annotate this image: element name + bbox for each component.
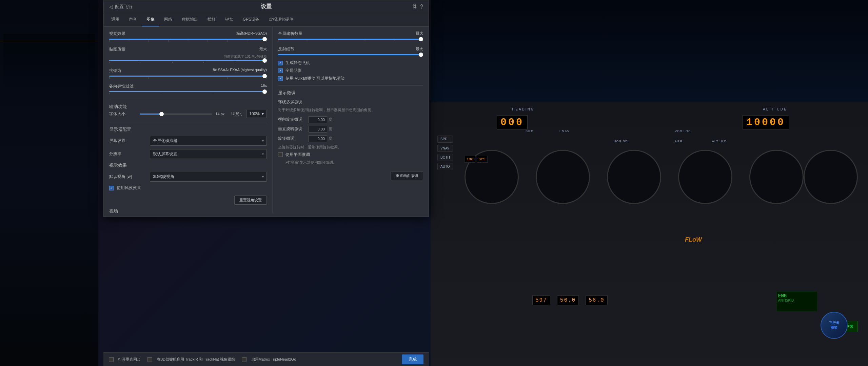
- heading-label: HEADING: [512, 107, 535, 111]
- logo-circle: 飞行者联盟: [821, 312, 848, 339]
- vulkan-label: 使用 Vulkan驱动 可以更快地渲染: [285, 76, 345, 81]
- screen-settings-arrow: ▾: [262, 139, 264, 143]
- tab-gps[interactable]: GPS设备: [238, 13, 264, 26]
- tab-joystick[interactable]: 插杆: [203, 13, 220, 26]
- texture-quality-slider[interactable]: [109, 60, 267, 61]
- global-buildings-value: 最大: [416, 31, 423, 37]
- tab-data-output[interactable]: 数据输出: [177, 13, 203, 26]
- aa-value: 8x SSAA+FXAA (highest quality): [213, 68, 267, 74]
- static-aircraft-checkbox[interactable]: ✓: [278, 61, 283, 65]
- left-cockpit-panel: [0, 0, 98, 366]
- rot-finetune-input[interactable]: [309, 135, 327, 142]
- resolution-select[interactable]: 默认屏幕设置 ▾: [150, 149, 267, 159]
- spd-label: SPD: [526, 129, 534, 133]
- flat-finetune-label: 使用平面微调: [285, 152, 310, 158]
- divider1: [109, 99, 267, 99]
- multi-monitor-title: 环绕多屏微调: [278, 99, 423, 105]
- global-shadows-checkbox[interactable]: ✓: [278, 68, 283, 73]
- resolution-arrow: ▾: [262, 152, 264, 156]
- help-icon[interactable]: ?: [420, 4, 423, 10]
- right-divider1: [278, 85, 423, 86]
- default-view-select[interactable]: 3D驾驶视角 ▾: [150, 172, 267, 182]
- reflection-detail-row: 反射细节 最大: [278, 46, 423, 55]
- both-btn[interactable]: BOTH: [437, 154, 453, 161]
- settings-dialog: ◁ 配置飞行 设置 ⇅ ? 通用 声音 图像 网络 数据输出 插杆 键盘 GPS…: [103, 0, 429, 217]
- aa-row: 抗锯齿 8x SSAA+FXAA (highest quality): [109, 68, 267, 79]
- reset-view-button[interactable]: 重置视角设置: [234, 196, 267, 205]
- h-rotate-label: 横向旋转微调: [278, 117, 309, 122]
- aniso-thumb[interactable]: [262, 89, 267, 94]
- wind-effects-row: ✓ 使用风效效果: [109, 185, 267, 191]
- aniso-row: 各向异性过滤 16x: [109, 83, 267, 94]
- vertical-rotate-row: 垂直旋转微调 度: [278, 126, 423, 133]
- texture-quality-value: 最大: [259, 46, 267, 52]
- trackir-checkbox[interactable]: [147, 357, 152, 362]
- tab-network[interactable]: 网络: [159, 13, 177, 26]
- rot-finetune-label: 旋转微调: [278, 136, 309, 141]
- flat-finetune-checkbox[interactable]: [278, 152, 283, 157]
- finish-button[interactable]: 完成: [402, 354, 423, 364]
- texture-quality-row: 贴图质量 最大 当前共加载了 101 MB的材质: [109, 46, 267, 63]
- reset-finetune-button[interactable]: 重置画面微调: [391, 171, 423, 180]
- screen-settings-select[interactable]: 全屏化模拟器 ▾: [150, 136, 267, 146]
- lnav-label: LNAV: [559, 129, 570, 133]
- aa-slider[interactable]: [109, 76, 267, 77]
- display-finetune-title: 显示微调: [278, 90, 423, 96]
- vsync-checkbox[interactable]: [109, 357, 114, 362]
- resolution-row: 分辨率 默认屏幕设置 ▾: [109, 149, 267, 159]
- texture-quality-thumb[interactable]: [262, 58, 267, 63]
- font-size-track: [140, 114, 212, 115]
- right-settings-column: 全局建筑数量 最大 反射细节 最大: [273, 27, 429, 213]
- reflection-detail-slider[interactable]: [278, 54, 423, 55]
- aa-label: 抗锯齿: [109, 68, 136, 74]
- topbar-icons: ⇅ ?: [412, 3, 423, 10]
- app-label: APP: [675, 140, 683, 143]
- global-buildings-label: 全局建筑数量: [278, 31, 305, 37]
- left-settings-column: 视觉效果 极高(HDR+SSAO) 贴图质量: [104, 27, 273, 213]
- tab-vr[interactable]: 虚拟现实硬件: [264, 13, 298, 26]
- flat-finetune-desc: 对"墙面"显示器使用部分微调。: [285, 160, 423, 165]
- fov-section-title: 视场: [109, 208, 267, 213]
- right-cockpit-panel: HEADING ALTITUDE 000 10000 LNAV VOR LOC …: [431, 0, 868, 366]
- auxiliary-section-title: 辅助功能: [109, 103, 267, 110]
- display-section-title: 显示器配置: [109, 126, 267, 133]
- back-button[interactable]: ◁ 配置飞行: [109, 4, 133, 10]
- render-quality-value: 极高(HDR+SSAO): [236, 31, 267, 37]
- dialog-content: 视觉效果 极高(HDR+SSAO) 贴图质量: [104, 27, 429, 213]
- ui-size-label: UI尺寸: [231, 111, 243, 117]
- render-quality-slider[interactable]: [109, 39, 267, 40]
- h-rotate-input[interactable]: [309, 116, 327, 123]
- default-view-arrow: ▾: [262, 175, 264, 179]
- global-buildings-slider[interactable]: [278, 39, 423, 40]
- tab-graphics[interactable]: 图像: [142, 13, 159, 26]
- vsync-label: 打开垂直同步: [118, 357, 141, 362]
- vnav-btn[interactable]: VNAV: [437, 145, 453, 152]
- static-aircraft-row: ✓ 生成静态飞机: [278, 60, 423, 66]
- vsync-row: 打开垂直同步: [109, 357, 141, 362]
- triplehead-checkbox[interactable]: [242, 357, 246, 362]
- tab-keyboard[interactable]: 键盘: [220, 13, 238, 26]
- aniso-slider[interactable]: [109, 91, 267, 92]
- rotation-desc: 当旋转器旋转时，通常使用旋转微调。: [278, 145, 423, 150]
- settings-adjust-icon[interactable]: ⇅: [412, 3, 417, 10]
- vulkan-checkbox[interactable]: ✓: [278, 76, 283, 81]
- global-buildings-row: 全局建筑数量 最大: [278, 31, 423, 42]
- render-quality-thumb[interactable]: [262, 37, 267, 41]
- wind-effects-checkbox[interactable]: ✓: [109, 186, 114, 190]
- bottom-checkboxes: 打开垂直同步 在3D驾驶舱启用 TrackIR 和 TrackHat 视角跟踪 …: [109, 357, 296, 362]
- spd-btn[interactable]: SPD: [437, 136, 453, 143]
- checkboxes-section: ✓ 生成静态飞机 ✓ 全局阴影 ✓ 使用 Vulkan驱动 可以更快地渲染: [278, 60, 423, 81]
- horizontal-rotate-row: 横向旋转微调 度: [278, 116, 423, 123]
- font-size-thumb[interactable]: [159, 112, 164, 116]
- v-rotate-input[interactable]: [309, 126, 327, 133]
- tab-general[interactable]: 通用: [106, 13, 124, 26]
- font-size-label: 字体大小: [109, 111, 136, 117]
- screen-settings-label: 屏幕设置: [109, 138, 150, 144]
- ui-size-select[interactable]: 100% ▾: [246, 110, 267, 118]
- rotation-finetune-row: 旋转微调 度: [278, 135, 423, 142]
- aa-thumb[interactable]: [262, 74, 267, 78]
- global-buildings-thumb[interactable]: [419, 37, 423, 41]
- auto-btn[interactable]: AUTO: [437, 163, 453, 170]
- tab-audio[interactable]: 声音: [124, 13, 142, 26]
- reflection-detail-thumb[interactable]: [419, 53, 423, 57]
